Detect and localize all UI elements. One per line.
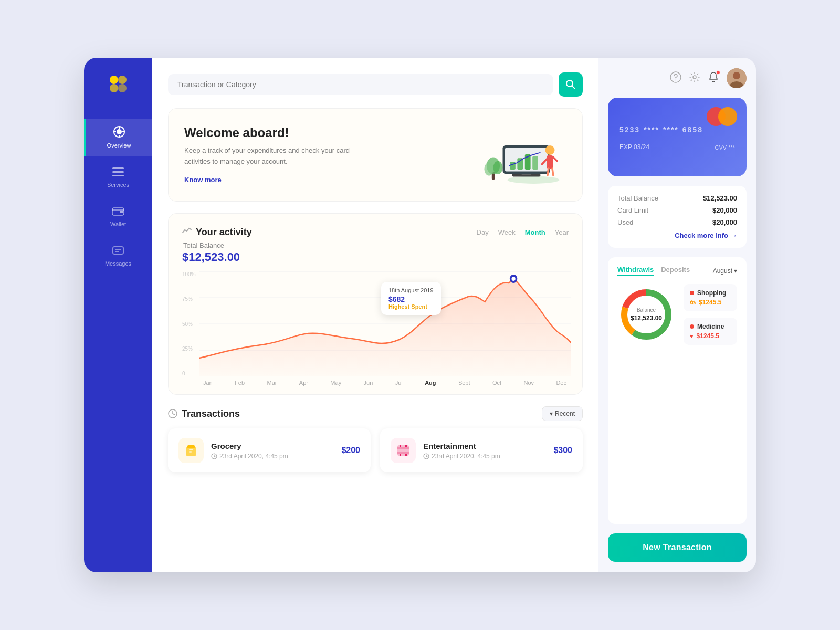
sidebar-logo: [107, 72, 130, 98]
transactions-icon: [168, 409, 177, 418]
svg-point-39: [494, 161, 503, 174]
user-avatar[interactable]: [727, 68, 747, 88]
sidebar-item-overview[interactable]: Overview: [84, 119, 152, 156]
svg-rect-59: [397, 452, 409, 454]
x-oct: Oct: [492, 380, 501, 386]
card-num-end: 6858: [682, 125, 703, 134]
month-label: August: [713, 267, 732, 275]
chart-y-labels: 100% 75% 50% 25% 0: [182, 271, 196, 376]
shopping-amount: $1245.5: [699, 299, 721, 306]
svg-point-38: [484, 162, 494, 175]
recent-filter-button[interactable]: ▾ Recent: [542, 406, 583, 421]
svg-point-0: [110, 76, 118, 84]
search-input[interactable]: [168, 74, 553, 95]
balance-row-used: Used $20,000: [617, 218, 737, 226]
tab-withdrawals[interactable]: Withdrawls: [617, 266, 654, 276]
used-value: $20,000: [712, 218, 737, 226]
credit-card: 5233 **** **** 6858 EXP 03/24 CVV ***: [608, 98, 747, 176]
shopping-icon: 🛍: [690, 299, 696, 306]
notification-dot: [716, 70, 720, 75]
check-more-text: Check more info: [675, 232, 728, 239]
x-jul: Jul: [395, 380, 403, 386]
sidebar-label-wallet: Wallet: [110, 221, 126, 227]
illustration-svg: [472, 123, 566, 186]
svg-line-35: [552, 169, 553, 175]
activity-icon: [182, 226, 192, 238]
know-more-link[interactable]: Know more: [184, 176, 222, 184]
grocery-time-text: 23rd April 2020, 4:45 pm: [219, 453, 288, 460]
transaction-card-grocery[interactable]: Grocery 23rd April 2020, 4:45 pm $200: [168, 428, 371, 472]
svg-rect-11: [112, 171, 124, 173]
time-filters: Day Week Month Year: [477, 228, 569, 236]
medicine-amount-row: ♥ $1245.5: [690, 332, 731, 340]
card-cvv-label: CVV: [715, 144, 727, 151]
welcome-card: Welcome aboard! Keep a track of your exp…: [168, 108, 583, 202]
search-bar: [168, 72, 583, 97]
messages-icon: [112, 246, 124, 257]
sidebar-item-services[interactable]: Services: [84, 160, 152, 195]
filter-week[interactable]: Week: [498, 228, 516, 236]
donut-balance-title: Balance: [637, 307, 656, 313]
chart-x-labels: Jan Feb Mar Apr May Jun Jul Aug Sept Oct…: [201, 376, 569, 386]
svg-rect-51: [187, 445, 195, 448]
search-button[interactable]: [559, 72, 583, 97]
legend-shopping-header: Shopping: [690, 289, 731, 297]
transaction-card-entertainment[interactable]: Entertainment 23rd April 2020, 4:45 pm $…: [380, 428, 583, 472]
x-mar: Mar: [267, 380, 277, 386]
svg-line-49: [173, 414, 175, 415]
settings-icon[interactable]: [689, 71, 700, 86]
svg-rect-12: [112, 175, 124, 176]
help-icon[interactable]: [670, 71, 681, 86]
svg-rect-61: [405, 445, 407, 447]
svg-rect-26: [510, 162, 516, 170]
card-circle-orange: [718, 107, 737, 126]
chart-wrapper: 100% 75% 50% 25% 0: [182, 271, 569, 386]
svg-rect-29: [532, 156, 538, 170]
svg-rect-58: [397, 447, 409, 449]
x-aug: Aug: [425, 380, 436, 386]
grocery-amount: $200: [341, 446, 360, 455]
legend-items: Shopping 🛍 $1245.5 Medicine: [684, 284, 737, 345]
svg-point-2: [110, 84, 118, 92]
shopping-amount-row: 🛍 $1245.5: [690, 299, 731, 306]
sidebar-label-overview: Overview: [107, 142, 131, 149]
sidebar-item-messages[interactable]: Messages: [84, 239, 152, 274]
notifications-icon[interactable]: [708, 71, 719, 86]
sidebar-item-wallet[interactable]: Wallet: [84, 200, 152, 235]
donut-label: Balance $12,523.00: [631, 307, 662, 323]
svg-point-1: [118, 76, 127, 84]
month-select[interactable]: August ▾: [713, 267, 737, 275]
balance-row-total: Total Balance $12,523.00: [617, 194, 737, 202]
svg-line-33: [553, 158, 557, 161]
svg-rect-53: [189, 452, 192, 453]
total-balance-label: Total Balance: [617, 194, 658, 202]
tab-deposits[interactable]: Deposits: [661, 266, 690, 276]
activity-header: Your activity Day Week Month Year: [182, 226, 569, 238]
shopping-dot: [690, 291, 694, 295]
chart-container: 18th August 2019 $682 Highest Spent: [199, 271, 571, 376]
card-cvv: CVV ***: [715, 144, 735, 151]
x-feb: Feb: [235, 380, 245, 386]
entertainment-name: Entertainment: [423, 442, 546, 450]
svg-point-19: [566, 80, 573, 87]
x-may: May: [330, 380, 341, 386]
new-transaction-button[interactable]: New Transaction: [608, 533, 747, 562]
svg-line-56: [214, 456, 216, 457]
tooltip-label: Highest Spent: [388, 303, 434, 310]
svg-rect-63: [405, 454, 407, 456]
filter-month[interactable]: Month: [525, 228, 545, 236]
welcome-title: Welcome aboard!: [184, 125, 363, 140]
entertainment-icon-wrap: [391, 438, 416, 463]
x-nov: Nov: [523, 380, 534, 386]
x-sept: Sept: [458, 380, 470, 386]
balance-info: Total Balance $12,523.00 Card Limit $20,…: [608, 186, 747, 248]
x-jan: Jan: [203, 380, 213, 386]
grocery-icon: [184, 443, 198, 458]
filter-year[interactable]: Year: [555, 228, 569, 236]
svg-rect-31: [547, 155, 553, 169]
svg-line-20: [572, 86, 575, 89]
check-more-link[interactable]: Check more info →: [617, 232, 737, 239]
filter-day[interactable]: Day: [477, 228, 489, 236]
arrow-right-icon: →: [730, 232, 737, 239]
welcome-subtitle: Keep a track of your expenditures and ch…: [184, 145, 363, 167]
